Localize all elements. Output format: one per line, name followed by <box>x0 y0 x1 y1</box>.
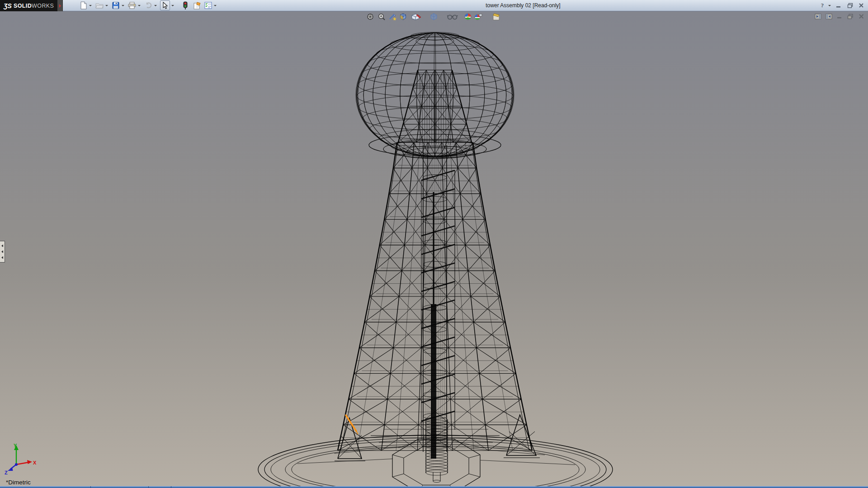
open-document-button[interactable] <box>95 1 104 10</box>
edit-appearance-button[interactable] <box>464 13 472 21</box>
split-pane-left-button[interactable] <box>813 13 822 20</box>
titlebar: ƷS SOLID WORKS <box>0 0 868 11</box>
model-wireframe[interactable] <box>0 11 868 486</box>
appearance-ball-icon <box>464 13 472 20</box>
brand-works: WORKS <box>32 3 54 9</box>
3d-drawing-view-button[interactable] <box>410 13 422 21</box>
select-cursor-icon <box>162 2 168 9</box>
save-button[interactable] <box>111 1 120 10</box>
zoom-to-area-icon <box>378 13 385 20</box>
restore-button[interactable] <box>845 1 855 9</box>
checklist-icon <box>204 2 212 9</box>
open-document-caret[interactable] <box>104 1 109 10</box>
note-hand-icon <box>193 2 201 9</box>
print-icon <box>128 2 136 9</box>
x-axis-label: X <box>33 460 37 465</box>
restore-document-icon <box>847 14 854 19</box>
document-window-controls <box>813 13 866 20</box>
undo-caret[interactable] <box>153 1 158 10</box>
save-caret[interactable] <box>120 1 126 10</box>
brand-mark: ƷS <box>4 2 12 9</box>
x-axis-arrow <box>27 460 32 464</box>
new-document-caret[interactable] <box>88 1 93 10</box>
display-style-icon <box>430 13 438 20</box>
options-button[interactable] <box>203 1 212 10</box>
window-controls: ? <box>819 0 866 11</box>
split-pane-right-icon <box>826 14 832 19</box>
minimize-document-icon <box>837 14 843 19</box>
main-toolbar <box>78 0 219 11</box>
view-orientation-label: *Dimetric <box>6 479 31 486</box>
close-button[interactable] <box>856 1 866 9</box>
z-axis-label: Z <box>5 470 8 475</box>
apply-scene-icon <box>474 13 482 20</box>
zoom-to-fit-icon <box>367 13 374 20</box>
collapse-arrow-icon <box>1 256 3 259</box>
view-orientation-cube-icon <box>399 13 407 20</box>
new-document-button[interactable] <box>79 1 88 10</box>
close-icon <box>859 3 864 8</box>
close-document-button[interactable] <box>857 13 866 20</box>
apply-scene-button[interactable] <box>474 13 482 21</box>
display-style-button[interactable] <box>429 13 438 21</box>
comment-note-button[interactable] <box>193 1 202 10</box>
undo-icon <box>144 2 152 9</box>
z-axis-arrow <box>8 467 13 471</box>
new-document-icon <box>80 1 87 9</box>
close-document-icon <box>859 14 864 19</box>
status-bar-sliver <box>0 486 868 488</box>
zoom-to-area-button[interactable] <box>377 13 386 21</box>
feature-panel-collapsed-tab[interactable] <box>0 241 5 263</box>
help-button[interactable]: ? <box>819 1 826 9</box>
zoom-to-fit-button[interactable] <box>366 13 374 21</box>
print-caret[interactable] <box>137 1 142 10</box>
3d-drawing-view-icon <box>411 13 422 20</box>
y-axis-label: Y <box>14 443 17 448</box>
flyout-arrow-icon <box>59 4 61 8</box>
view-settings-button[interactable] <box>492 13 500 21</box>
undo-button[interactable] <box>144 1 153 10</box>
traffic-light-icon <box>183 1 188 9</box>
section-view-icon <box>389 13 396 20</box>
view-settings-icon <box>492 13 500 20</box>
select-tool-button[interactable] <box>160 0 170 10</box>
section-view-button[interactable] <box>388 13 396 21</box>
view-orientation-button[interactable] <box>399 13 407 21</box>
collapse-arrow-icon <box>1 250 3 253</box>
split-pane-right-button[interactable] <box>824 13 833 20</box>
hide-show-items-button[interactable] <box>447 13 458 21</box>
menu-flyout-arrow[interactable] <box>57 0 63 11</box>
solidworks-logo: ƷS SOLID WORKS <box>0 0 57 11</box>
select-tool-caret[interactable] <box>170 1 175 10</box>
restore-document-button[interactable] <box>846 13 855 20</box>
rebuild-button[interactable] <box>181 1 190 10</box>
minimize-document-button[interactable] <box>835 13 844 20</box>
save-icon <box>112 2 119 9</box>
help-caret[interactable] <box>827 1 831 10</box>
graphics-viewport[interactable]: Y X Z *Dimetric <box>0 11 868 486</box>
print-button[interactable] <box>127 1 137 10</box>
reference-triad: Y X Z <box>4 443 40 475</box>
minimize-button[interactable] <box>834 1 844 9</box>
brand-solid: SOLID <box>14 3 32 9</box>
help-icon: ? <box>821 2 824 9</box>
collapse-arrow-icon <box>1 244 3 247</box>
minimize-icon <box>836 3 841 8</box>
window-title: tower Assembly 02 [Read-only] <box>486 2 560 9</box>
eyeglasses-icon <box>447 14 458 20</box>
restore-icon <box>847 3 853 8</box>
split-pane-left-icon <box>815 14 821 19</box>
headsup-view-toolbar <box>366 13 500 21</box>
options-caret[interactable] <box>212 1 218 10</box>
open-document-icon <box>95 2 104 9</box>
